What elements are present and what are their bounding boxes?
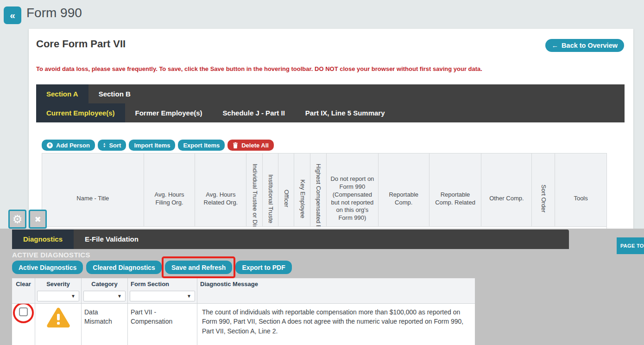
column-header-category: Category: [82, 278, 128, 289]
diagnostics-table-header: Clear Severity Category Form Section Dia…: [12, 278, 475, 289]
diagnostics-tabbar: Diagnostics E-File Validation: [12, 230, 569, 249]
compensation-table-header: Name - Title Avg. Hours Filing Org. Avg.…: [42, 153, 606, 226]
save-and-refresh-button[interactable]: Save and Refresh: [165, 261, 233, 274]
diagnostics-panel: Diagnostics E-File Validation ACTIVE DIA…: [0, 229, 644, 345]
active-diagnostics-button[interactable]: Active Diagnostics: [12, 261, 83, 274]
diagnostics-toolbar: Active Diagnostics Cleared Diagnostics S…: [12, 261, 292, 274]
import-items-label: Import Items: [134, 142, 170, 149]
column-header-clear: Clear: [12, 278, 35, 289]
active-diagnostics-heading: ACTIVE DIAGNOSTICS: [12, 251, 90, 259]
export-items-label: Export Items: [183, 142, 220, 149]
column-header-tools[interactable]: Tools: [555, 153, 606, 226]
warning-triangle-icon: [47, 307, 70, 328]
cleared-diagnostics-button[interactable]: Cleared Diagnostics: [86, 261, 162, 274]
core-form-card: Core Form Part VII ← Back to Overview To…: [29, 29, 633, 233]
trash-icon: [233, 142, 238, 148]
close-icon: ✖: [34, 215, 41, 224]
column-header-avg-hours-related-org[interactable]: Avg. Hours Related Org.: [195, 153, 246, 226]
sort-label: Sort: [109, 142, 121, 149]
double-chevron-left-icon: «: [10, 10, 15, 21]
tab-current-employees[interactable]: Current Employee(s): [36, 103, 125, 122]
arrow-left-icon: ←: [552, 42, 559, 49]
save-and-refresh-label: Save and Refresh: [171, 264, 226, 271]
settings-dock-button[interactable]: ⚙: [8, 210, 26, 229]
grid-toolbar: + Add Person ▲▼ Sort Import Items Export…: [42, 140, 274, 151]
column-header-institutional-trustee[interactable]: Institutional Truste: [263, 153, 278, 226]
tab-section-b[interactable]: Section B: [88, 84, 141, 103]
active-diagnostics-label: Active Diagnostics: [19, 264, 76, 271]
export-to-pdf-button[interactable]: Export to PDF: [235, 261, 291, 274]
tab-part-ix-line-5-summary[interactable]: Part IX, Line 5 Summary: [295, 103, 395, 122]
import-items-button[interactable]: Import Items: [129, 140, 175, 151]
column-header-officer[interactable]: Officer: [278, 153, 294, 226]
tab-efile-validation[interactable]: E-File Validation: [74, 230, 150, 249]
delete-all-button[interactable]: Delete All: [227, 140, 274, 151]
category-filter-select[interactable]: ▼: [83, 291, 126, 301]
column-header-name-title[interactable]: Name - Title: [42, 153, 144, 226]
clear-checkbox[interactable]: [19, 307, 28, 316]
column-header-diagnostic-message: Diagnostic Message: [197, 278, 475, 289]
column-header-do-not-report[interactable]: Do not report on Form 990 (Compensated b…: [327, 153, 379, 226]
page-title: Form 990: [26, 6, 82, 20]
plus-circle-icon: +: [47, 142, 53, 148]
column-header-highest-compensated[interactable]: Highest Compensated Em: [310, 153, 327, 226]
section-tabbar: Section A Section B: [36, 84, 625, 103]
compensation-table: Name - Title Avg. Hours Filing Org. Avg.…: [42, 153, 607, 231]
save-warning-text: To avoid data loss, please save frequent…: [36, 65, 482, 72]
chevron-down-icon: ▼: [71, 294, 76, 299]
chevron-down-icon: ▼: [187, 294, 191, 299]
card-title: Core Form Part VII: [36, 38, 126, 50]
diagnostics-filter-row: ▼ ▼ ▼: [12, 289, 475, 304]
page-top-button[interactable]: PAGE TOP: [617, 237, 644, 254]
tab-diagnostics[interactable]: Diagnostics: [12, 230, 74, 249]
column-header-form-section: Form Section: [128, 278, 197, 289]
column-header-individual-trustee[interactable]: Individual Trustee or Direc: [246, 153, 263, 226]
column-header-reportable-comp[interactable]: Reportable Comp.: [379, 153, 429, 226]
close-dock-button[interactable]: ✖: [29, 210, 47, 229]
form-990-app: « Form 990 Core Form Part VII ← Back to …: [0, 0, 644, 345]
diagnostics-table: Clear Severity Category Form Section Dia…: [12, 278, 475, 345]
diagnostic-form-section: Part VII - Compensation: [128, 304, 197, 345]
delete-all-label: Delete All: [241, 142, 269, 149]
back-to-overview-button[interactable]: ← Back to Overview: [545, 39, 624, 52]
form-section-filter-select[interactable]: ▼: [130, 291, 195, 301]
gear-icon: ⚙: [13, 213, 23, 226]
export-to-pdf-label: Export to PDF: [242, 264, 285, 271]
sort-button[interactable]: ▲▼ Sort: [98, 140, 126, 151]
severity-filter-select[interactable]: ▼: [37, 291, 79, 301]
add-person-button[interactable]: + Add Person: [42, 140, 95, 151]
back-to-overview-label: Back to Overview: [562, 42, 618, 49]
diagnostic-category: Data Mismatch: [82, 304, 128, 345]
column-header-reportable-comp-related[interactable]: Reportable Comp. Related: [429, 153, 482, 226]
column-header-key-employee[interactable]: Key Employee: [294, 153, 310, 226]
tab-section-a[interactable]: Section A: [36, 84, 88, 103]
tab-schedule-j-part-ii[interactable]: Schedule J - Part II: [213, 103, 295, 122]
column-header-severity: Severity: [35, 278, 82, 289]
diagnostic-row: Data Mismatch Part VII - Compensation Th…: [12, 304, 475, 345]
column-header-sort-order[interactable]: Sort Order: [532, 153, 555, 226]
chevron-down-icon: ▼: [117, 294, 122, 299]
sort-arrows-icon: ▲▼: [103, 142, 106, 148]
employee-tabbar: Current Employee(s) Former Employee(s) S…: [36, 103, 625, 122]
add-person-label: Add Person: [56, 142, 90, 149]
column-header-avg-hours-filing-org[interactable]: Avg. Hours Filing Org.: [144, 153, 196, 226]
diagnostic-message: The count of individuals with reportable…: [197, 304, 475, 345]
cleared-diagnostics-label: Cleared Diagnostics: [93, 264, 155, 271]
column-header-other-comp[interactable]: Other Comp.: [481, 153, 532, 226]
tab-former-employees[interactable]: Former Employee(s): [125, 103, 213, 122]
collapse-sidebar-button[interactable]: «: [4, 6, 21, 24]
export-items-button[interactable]: Export Items: [178, 140, 225, 151]
